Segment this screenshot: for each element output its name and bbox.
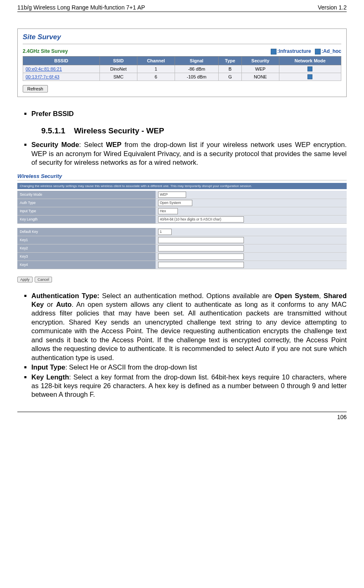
mode-icon <box>307 66 312 71</box>
apply-button[interactable]: Apply <box>17 277 33 282</box>
header-right: Version 1.2 <box>318 4 347 11</box>
col-mode: Network Mode <box>279 56 341 65</box>
input-type-select[interactable]: Hex <box>158 208 178 214</box>
table-row: 00:e0:4c:81:86:21 DinoNet 1 -86 dBm B WE… <box>23 65 341 73</box>
col-security: Security <box>241 56 279 65</box>
header-left: 11b/g Wireless Long Range Multi-function… <box>17 4 145 11</box>
infrastructure-icon <box>271 49 277 55</box>
bullet-security-mode: Security Mode: Select WEP from the drop-… <box>31 140 347 167</box>
key-length-select[interactable]: 40/64-bit (10 hex digits or 5 ASCII char… <box>158 216 244 223</box>
auth-type-select[interactable]: Open System <box>158 200 192 206</box>
wireless-security-panel: Wireless Security Changing the wireless … <box>17 173 347 282</box>
page-number: 106 <box>337 414 347 420</box>
col-type: Type <box>218 56 241 65</box>
bullet-key-length: Key Length: Select a key format from the… <box>31 373 347 399</box>
key2-input[interactable] <box>158 245 244 251</box>
wsec-keys-table: Default Key 1 Key1 Key2 Key3 Key4 <box>17 228 347 269</box>
table-row: 00:13:f7:7c:6f:43 SMC 6 -105 dBm G NONE <box>23 73 341 81</box>
page-header: 11b/g Wireless Long Range Multi-function… <box>17 4 347 12</box>
legend-band: 2.4GHz Site Survey <box>23 48 68 54</box>
bullet-prefer-bssid: Prefer BSSID <box>31 109 347 118</box>
col-channel: Channel <box>137 56 175 65</box>
bssid-link[interactable]: 00:13:f7:7c:6f:43 <box>23 73 100 81</box>
bssid-link[interactable]: 00:e0:4c:81:86:21 <box>23 65 100 73</box>
col-bssid: BSSID <box>23 56 100 65</box>
security-mode-select[interactable]: WEP <box>158 192 186 198</box>
bullet-auth-type: Authentication Type: Select an authentic… <box>31 292 347 363</box>
site-survey-panel: Site Survey 2.4GHz Site Survey :Infrastr… <box>17 28 347 97</box>
divider <box>17 180 347 180</box>
cancel-button[interactable]: Cancel <box>35 277 52 282</box>
key4-input[interactable] <box>158 262 244 268</box>
key3-input[interactable] <box>158 254 244 260</box>
site-survey-title: Site Survey <box>23 33 341 41</box>
default-key-select[interactable]: 1 <box>158 229 172 235</box>
bullet-input-type: Input Type: Select He or ASCII from the … <box>31 363 347 372</box>
refresh-button[interactable]: Refresh <box>23 85 48 92</box>
wsec-banner: Changing the wireless security settings … <box>17 183 347 189</box>
section-heading: 9.5.1.1 Wireless Security - WEP <box>41 126 347 135</box>
col-ssid: SSID <box>99 56 137 65</box>
key1-input[interactable] <box>158 237 244 243</box>
divider <box>23 44 341 44</box>
legend-types: :Infrastructure :Ad_hoc <box>268 48 341 55</box>
mode-icon <box>307 74 312 79</box>
site-survey-table: BSSID SSID Channel Signal Type Security … <box>23 56 341 81</box>
col-signal: Signal <box>175 56 218 65</box>
adhoc-icon <box>315 49 321 55</box>
site-survey-legend: 2.4GHz Site Survey :Infrastructure :Ad_h… <box>23 48 341 55</box>
wsec-table: Security Mode WEP Auth Type Open System … <box>17 191 347 224</box>
page-footer: 106 <box>17 412 347 420</box>
wsec-title: Wireless Security <box>17 173 347 179</box>
